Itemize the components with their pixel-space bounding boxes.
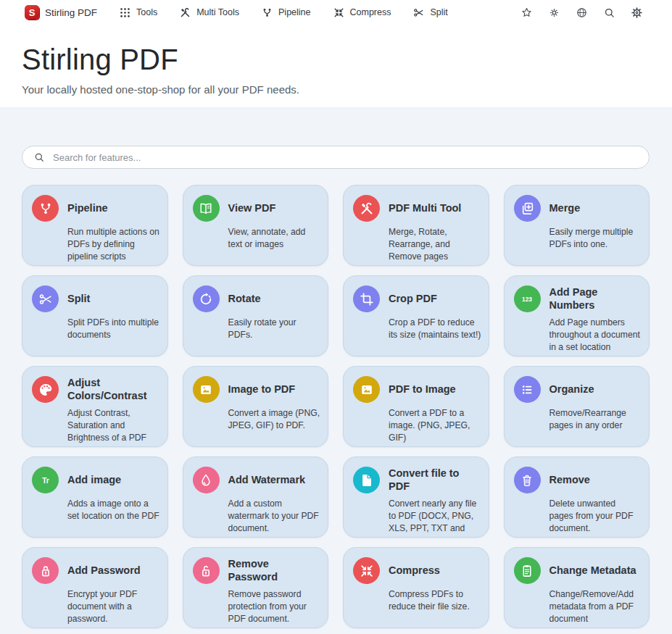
card-title: View PDF (228, 202, 276, 214)
card-image-to-pdf[interactable]: Image to PDFConvert a image (PNG, JPEG, … (183, 366, 329, 447)
clipboard-icon (514, 557, 541, 584)
nav-item-pipeline[interactable]: Pipeline (261, 7, 310, 19)
card-title: Merge (549, 202, 581, 214)
nav-item-label: Multi Tools (196, 7, 239, 17)
nav-item-split[interactable]: Split (412, 7, 447, 19)
language-button[interactable] (576, 7, 588, 19)
favourites-button[interactable] (520, 7, 533, 19)
card-add-image[interactable]: TrAdd imageAdds a image onto a set locat… (22, 456, 168, 538)
card-description: Adds a image onto a set location on the … (67, 498, 160, 522)
svg-text:Tr: Tr (42, 476, 49, 484)
card-pdf-to-image[interactable]: PDF to ImageConvert a PDF to a image. (P… (343, 366, 489, 447)
card-organize[interactable]: OrganizeRemove/Rearrange pages in any or… (504, 366, 650, 447)
card-header: Remove (514, 467, 642, 493)
card-description: Delete unwanted pages from your PDF docu… (549, 498, 642, 535)
card-description: Crop a PDF to reduce its size (maintains… (389, 317, 481, 341)
card-rotate[interactable]: RotateEasily rotate your PDFs. (183, 275, 329, 356)
card-pdf-multi-tool[interactable]: PDF Multi ToolMerge, Rotate, Rearrange, … (343, 185, 489, 266)
card-title: Change Metadata (549, 564, 636, 577)
card-header: View PDF (193, 195, 321, 222)
file-icon (353, 467, 380, 493)
card-title: PDF to Image (389, 383, 456, 396)
card-adjust-colors-contrast[interactable]: Adjust Colors/ContrastAdjust Contrast, S… (22, 366, 168, 447)
card-header: Change Metadata (514, 557, 642, 584)
card-header: Compress (353, 557, 481, 584)
card-title: Add Watermark (228, 474, 306, 486)
pipeline-icon (261, 7, 273, 19)
app-title: Stirling PDF (45, 7, 97, 18)
card-convert-file-to-pdf[interactable]: Convert file to PDFConvert nearly any fi… (343, 456, 489, 538)
card-remove[interactable]: RemoveDelete unwanted pages from your PD… (504, 456, 650, 538)
palette-icon (32, 376, 59, 403)
card-header: Crop PDF (353, 285, 481, 312)
card-title: Adjust Colors/Contrast (67, 377, 160, 402)
search-input[interactable] (53, 152, 638, 163)
page-subtitle: Your locally hosted one-stop-shop for al… (22, 83, 650, 96)
unlock-icon (193, 557, 220, 584)
card-add-watermark[interactable]: Add WatermarkAdd a custom watermark to y… (183, 456, 329, 538)
nav-menu: ToolsMulti ToolsPipelineCompressSplit (119, 7, 520, 19)
card-add-password[interactable]: Add PasswordEncrypt your PDF document wi… (22, 547, 168, 628)
nav-item-multi-tools[interactable]: Multi Tools (179, 7, 239, 19)
page-title: Stirling PDF (22, 43, 650, 76)
card-title: PDF Multi Tool (389, 202, 461, 214)
card-title: Remove (549, 474, 590, 486)
card-header: Adjust Colors/Contrast (32, 376, 160, 403)
card-description: View, annotate, add text or images (228, 226, 321, 251)
card-title: Add image (67, 474, 121, 486)
card-remove-password[interactable]: Remove PasswordRemove password protectio… (183, 547, 329, 628)
card-description: Remove password protection from your PDF… (228, 588, 321, 625)
card-title: Add Page Numbers (549, 286, 642, 312)
card-split[interactable]: SplitSplit PDFs into multiple documents (22, 275, 168, 356)
compress-icon (333, 7, 345, 19)
card-header: Organize (514, 376, 642, 403)
pipeline-icon (32, 195, 59, 222)
card-title: Rotate (228, 293, 261, 305)
merge-icon (514, 195, 541, 222)
book-open-icon (193, 195, 220, 222)
card-compress[interactable]: CompressCompress PDFs to reduce their fi… (343, 547, 489, 628)
crop-icon (353, 285, 380, 312)
image-icon (193, 376, 220, 403)
nav-item-compress[interactable]: Compress (333, 7, 391, 19)
card-merge[interactable]: MergeEasily merge multiple PDFs into one… (504, 185, 650, 266)
search-icon (33, 151, 45, 163)
card-description: Merge, Rotate, Rearrange, and Remove pag… (389, 226, 481, 263)
header: S Stirling PDF ToolsMulti ToolsPipelineC… (0, 0, 672, 108)
card-add-page-numbers[interactable]: 123Add Page NumbersAdd Page numbers thro… (504, 275, 650, 356)
hero: Stirling PDF Your locally hosted one-sto… (0, 25, 672, 96)
stirling-logo-icon: S (25, 5, 39, 20)
navbar: S Stirling PDF ToolsMulti ToolsPipelineC… (0, 0, 672, 25)
card-header: Rotate (193, 285, 321, 312)
nav-actions (520, 7, 652, 19)
card-pipeline[interactable]: PipelineRun multiple actions on PDFs by … (22, 185, 168, 266)
search-button[interactable] (603, 7, 615, 19)
card-title: Add Password (67, 564, 141, 577)
settings-button[interactable] (631, 7, 643, 19)
card-description: Add Page numbers throughout a document i… (549, 317, 642, 354)
card-description: Split PDFs into multiple documents (67, 317, 160, 341)
nav-item-label: Compress (350, 7, 391, 17)
card-header: Add Password (32, 557, 160, 584)
search-icon (603, 7, 615, 19)
card-header: Convert file to PDF (353, 467, 481, 493)
apps-grid-icon (119, 7, 131, 19)
card-view-pdf[interactable]: View PDFView, annotate, add text or imag… (183, 185, 329, 266)
card-title: Image to PDF (228, 383, 296, 396)
trash-icon (514, 467, 541, 493)
globe-icon (576, 7, 588, 19)
theme-toggle-button[interactable] (548, 7, 560, 19)
feature-search (22, 146, 650, 169)
water-drop-icon (193, 467, 220, 493)
scissors-icon (412, 7, 425, 19)
card-crop-pdf[interactable]: Crop PDFCrop a PDF to reduce its size (m… (343, 275, 489, 356)
lock-icon (32, 557, 59, 584)
scissors-icon (32, 285, 59, 312)
card-change-metadata[interactable]: Change MetadataChange/Remove/Add metadat… (504, 547, 650, 628)
app-logo[interactable]: S Stirling PDF (25, 5, 97, 20)
nav-item-tools[interactable]: Tools (119, 7, 157, 19)
rotate-icon (193, 285, 220, 312)
tools-icon (179, 7, 191, 19)
card-description: Easily merge multiple PDFs into one. (549, 226, 642, 251)
compress-icon (353, 557, 380, 584)
